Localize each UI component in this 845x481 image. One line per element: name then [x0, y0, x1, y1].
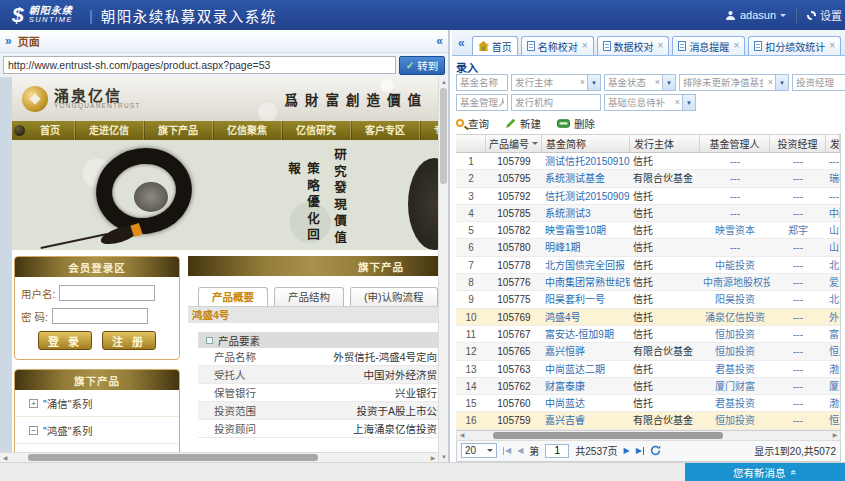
tree-collapse-icon[interactable]: − — [29, 426, 38, 435]
tab-purchase-process[interactable]: (申)认购流程 — [350, 287, 438, 306]
tab-close-icon[interactable]: × — [829, 41, 835, 51]
clear-icon[interactable]: × — [653, 78, 662, 87]
col-fund-abbr[interactable]: 基金简称 — [542, 135, 630, 152]
dropdown-icon[interactable]: ▼ — [662, 75, 675, 90]
expand-right-icon[interactable]: » — [5, 35, 12, 47]
webpage-horizontal-scrollbar[interactable]: ◀ ▶ — [0, 452, 438, 462]
cell-fund-abbr-link[interactable]: 嘉兴恒骅 — [542, 343, 630, 359]
cell-fund-abbr-link[interactable]: 系统测试3 — [542, 205, 630, 221]
new-message-button[interactable]: 您有新消息 « — [685, 463, 845, 481]
scroll-left-icon[interactable]: ◀ — [457, 431, 467, 440]
tab-close-icon[interactable]: × — [658, 41, 664, 51]
col-issuer[interactable]: 发行主体 — [630, 135, 700, 152]
grid-scroll-thumb[interactable] — [493, 432, 723, 439]
horizontal-scroll-thumb[interactable] — [28, 454, 318, 461]
webpage-nav-item[interactable]: 客户专区 — [351, 121, 420, 140]
table-row[interactable]: 5 105782 映雪霜雪10期 信托 映雪资本 郑宇 山东 — [456, 222, 840, 239]
tree-item-hongsheng-1[interactable]: − 鸿盛1号 — [15, 444, 179, 452]
collapse-left-panel-icon[interactable]: « — [436, 35, 443, 47]
clear-icon[interactable]: × — [766, 78, 775, 87]
issue-org-input[interactable] — [511, 94, 601, 111]
issuer-input[interactable] — [512, 77, 578, 88]
inv-manager-input[interactable] — [792, 74, 845, 91]
tab-close-icon[interactable]: × — [733, 41, 739, 51]
status-input[interactable] — [605, 77, 653, 88]
login-button[interactable]: 登 录 — [38, 331, 92, 350]
cell-fund-abbr-link[interactable]: 财富泰康 — [542, 378, 630, 394]
table-row[interactable]: 16 105759 嘉兴吉睿 有限合伙基金 恒加投资 --- 恒加 — [456, 412, 840, 429]
cell-fund-abbr-link[interactable]: 阳昊套利一号 — [542, 291, 630, 307]
table-row[interactable]: 9 105775 阳昊套利一号 信托 阳昊投资 --- 北方 — [456, 291, 840, 308]
cell-fund-abbr-link[interactable]: 嘉兴吉睿 — [542, 412, 630, 428]
delete-button[interactable]: 删除 — [557, 116, 595, 131]
table-row[interactable]: 10 105769 鸿盛4号 信托 涌泉亿信投资 --- 外贸 — [456, 309, 840, 326]
col-product-id[interactable]: 产品编号 — [486, 135, 542, 152]
cell-fund-abbr-link[interactable]: 明峰1期 — [542, 239, 630, 255]
scroll-left-icon[interactable]: ◀ — [0, 453, 10, 462]
table-row[interactable]: 11 105767 富安达-恒加9期 信托 恒加投资 --- 富安 — [456, 326, 840, 343]
scroll-right-icon[interactable]: ▶ — [830, 431, 840, 440]
cell-fund-abbr-link[interactable]: 北方国债完全回报 — [542, 257, 630, 273]
table-row[interactable]: 3 105792 信托测试20150909 信托 --- --- --- — [456, 188, 840, 205]
table-row[interactable]: 8 105776 中南集团常熟世纪锦城 信托 中南源地股权投资 --- 爱建 — [456, 274, 840, 291]
tree-item-yongxin[interactable]: + "涌信"系列 — [15, 390, 179, 417]
cell-fund-abbr-link[interactable]: 系统测试基金 — [542, 170, 630, 186]
url-input[interactable] — [3, 56, 396, 74]
password-field[interactable] — [52, 308, 148, 324]
exclude-input[interactable] — [680, 77, 766, 88]
table-row[interactable]: 14 105762 财富泰康 信托 厦门财富 --- 厦门 — [456, 378, 840, 395]
webpage-nav-item[interactable]: 走进亿信 — [75, 121, 144, 140]
table-row[interactable]: 7 105778 北方国债完全回报 信托 中能投资 --- 北方 — [456, 257, 840, 274]
cell-fund-abbr-link[interactable]: 信托测试20150909 — [542, 188, 630, 204]
product-elements-section[interactable]: 产品要素 — [198, 332, 438, 348]
col-fund-manager[interactable]: 基金管理人 — [700, 135, 770, 152]
next-page-icon[interactable]: ▶ — [624, 447, 630, 455]
webpage-nav-item[interactable]: 专业理财 — [420, 121, 438, 140]
vertical-scroll-thumb[interactable] — [440, 88, 447, 184]
clear-icon[interactable]: × — [578, 78, 587, 87]
cell-fund-abbr-link[interactable]: 鸿盛4号 — [542, 309, 630, 325]
cell-fund-abbr-link[interactable]: 测试信托20150910 — [542, 153, 630, 169]
cell-fund-abbr-link[interactable]: 中尚蓝达二期 — [542, 361, 630, 377]
pending-info-input[interactable] — [605, 97, 673, 108]
create-button[interactable]: 新建 — [505, 116, 541, 131]
tab-product-summary[interactable]: 产品概要 — [198, 287, 268, 306]
first-page-icon[interactable]: ◀ — [503, 447, 511, 455]
collapse-tabs-icon[interactable]: « — [454, 37, 469, 49]
workspace-tab[interactable]: 名称校对 × — [521, 36, 594, 55]
grid-horizontal-scrollbar[interactable]: ◀ ▶ — [456, 431, 841, 441]
query-button[interactable]: 查询 — [456, 116, 489, 131]
table-row[interactable]: 15 105760 中尚蓝达 信托 君基投资 --- 渤海 — [456, 395, 840, 412]
col-issue[interactable]: 发行 — [826, 135, 840, 152]
cell-fund-abbr-link[interactable]: 富安达-恒加9期 — [542, 326, 630, 342]
prev-page-icon[interactable]: ◀ — [517, 447, 523, 455]
fund-abbr-input[interactable] — [456, 74, 508, 91]
table-row[interactable]: 1 105799 测试信托20150910 信托 --- --- --- — [456, 153, 840, 170]
webpage-nav-item[interactable]: 首页 — [26, 121, 75, 140]
clear-icon[interactable]: × — [673, 98, 682, 107]
workspace-tab[interactable]: 扣分绩效统计 × — [748, 36, 841, 55]
tree-item-hongsheng[interactable]: − "鸿盛"系列 — [15, 417, 179, 444]
workspace-tab[interactable]: 数据校对 × — [597, 36, 670, 55]
dropdown-icon[interactable]: ▼ — [775, 75, 788, 90]
scroll-down-icon[interactable]: ▼ — [439, 452, 448, 462]
page-number-input[interactable] — [545, 444, 569, 458]
tab-home[interactable]: 首页 — [472, 36, 518, 55]
go-button[interactable]: ✓ 转到 — [399, 56, 445, 75]
cell-fund-abbr-link[interactable]: 中南集团常熟世纪锦城 — [542, 274, 630, 290]
cell-fund-abbr-link[interactable]: 映雪霜雪10期 — [542, 222, 630, 238]
tree-expand-icon[interactable]: + — [29, 399, 38, 408]
dropdown-icon[interactable]: ▼ — [587, 75, 600, 90]
table-row[interactable]: 2 105795 系统测试基金 有限合伙基金 --- --- 瑞翰 — [456, 170, 840, 187]
table-row[interactable]: 13 105763 中尚蓝达二期 信托 君基投资 --- 渤海 — [456, 361, 840, 378]
fund-manager-input[interactable] — [456, 94, 508, 111]
table-row[interactable]: 12 105765 嘉兴恒骅 有限合伙基金 恒加投资 --- 恒加 — [456, 343, 840, 360]
table-row[interactable]: 6 105780 明峰1期 信托 --- --- 山东 — [456, 239, 840, 256]
webpage-nav-item[interactable]: 亿信研究 — [282, 121, 351, 140]
user-menu[interactable]: adasun — [715, 9, 796, 21]
settings-button[interactable]: 设置 — [797, 7, 845, 23]
cell-fund-abbr-link[interactable]: 中尚蓝达 — [542, 395, 630, 411]
reload-icon[interactable] — [650, 445, 661, 456]
scroll-right-icon[interactable]: ▶ — [428, 453, 438, 462]
scroll-up-icon[interactable]: ▲ — [439, 77, 448, 87]
